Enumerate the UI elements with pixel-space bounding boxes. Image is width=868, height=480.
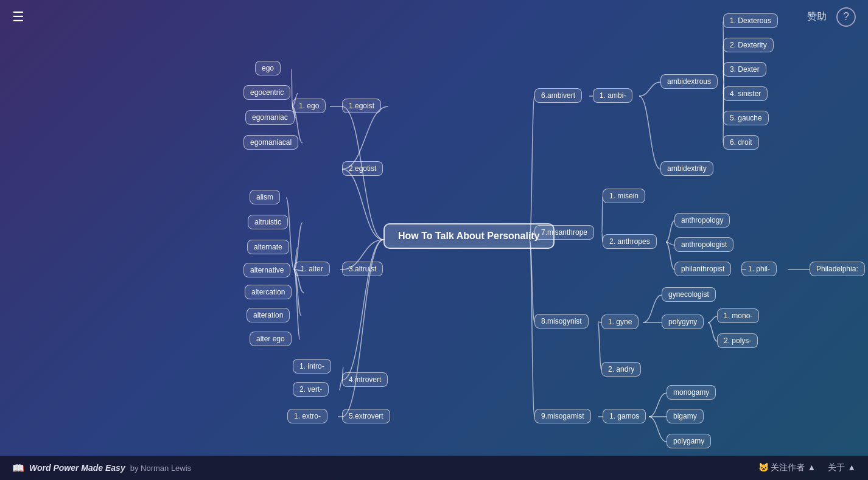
node-alism[interactable]: alism: [250, 190, 280, 204]
node-n1alter[interactable]: 1. alter: [294, 262, 330, 276]
node-alteration[interactable]: alteration: [247, 308, 290, 322]
node-alternative[interactable]: alternative: [243, 263, 290, 277]
node-n1extro[interactable]: 1. extro-: [287, 409, 327, 423]
node-anthropology[interactable]: anthropology: [674, 213, 730, 228]
node-n1ambi[interactable]: 1. ambi-: [593, 88, 632, 103]
node-n6ambivert[interactable]: 6.ambivert: [534, 88, 582, 103]
footer-right: 🐱 关注作者 ▲ 关于 ▲: [758, 462, 856, 473]
node-anthropologist[interactable]: anthropologist: [674, 237, 733, 252]
node-sinister[interactable]: 4. sinister: [723, 86, 768, 101]
node-n1mono[interactable]: 1. mono-: [717, 308, 759, 323]
node-n2anthropes[interactable]: 2. anthropes: [603, 234, 657, 249]
header: ☰ 赞助 ?: [0, 0, 868, 33]
node-n1phil[interactable]: 1. phil-: [741, 262, 777, 276]
node-n4introvert[interactable]: 4.introvert: [342, 372, 388, 387]
node-gauche[interactable]: 5. gauche: [723, 111, 769, 125]
footer-book-title: Word Power Made Easy: [29, 463, 125, 473]
node-altercation[interactable]: altercation: [245, 285, 292, 299]
node-dexter[interactable]: 3. Dexter: [723, 62, 766, 77]
node-altruistic[interactable]: altruistic: [248, 215, 288, 229]
node-monogamy[interactable]: monogamy: [667, 385, 716, 400]
about-button[interactable]: 关于 ▲: [828, 462, 856, 473]
node-n1egoist[interactable]: 1.egoist: [342, 99, 381, 113]
node-n3altruist[interactable]: 3.altruist: [342, 262, 383, 276]
node-philanthropist[interactable]: philanthropist: [674, 262, 731, 276]
footer-left: 📖 Word Power Made Easy by Norman Lewis: [12, 462, 191, 474]
menu-button[interactable]: ☰: [12, 10, 24, 24]
node-n2andry[interactable]: 2. andry: [601, 362, 641, 377]
sponsor-button[interactable]: 赞助: [807, 10, 827, 23]
node-n5extrovert[interactable]: 5.extrovert: [342, 409, 390, 423]
node-droit[interactable]: 6. droit: [723, 135, 759, 150]
node-n1intro[interactable]: 1. intro-: [293, 359, 331, 374]
node-ambidextrous[interactable]: ambidextrous: [660, 74, 718, 89]
node-n1gyne[interactable]: 1. gyne: [601, 315, 639, 329]
node-n1gamos[interactable]: 1. gamos: [603, 409, 646, 423]
header-right: 赞助 ?: [807, 7, 856, 27]
node-n8misogynist[interactable]: 8.misogynist: [534, 314, 589, 329]
node-polygyny[interactable]: polygyny: [662, 315, 704, 329]
node-n1ego[interactable]: 1. ego: [292, 99, 326, 113]
node-n9misogamist[interactable]: 9.misogamist: [534, 409, 591, 423]
node-polygamy[interactable]: polygamy: [667, 434, 711, 448]
node-n2polys[interactable]: 2. polys-: [717, 333, 758, 348]
node-dexterity[interactable]: 2. Dexterity: [723, 38, 774, 52]
node-alter_ego[interactable]: alter ego: [250, 332, 292, 346]
node-egocentric[interactable]: egocentric: [243, 85, 290, 100]
follow-author-button[interactable]: 🐱 关注作者 ▲: [758, 462, 816, 473]
mindmap-canvas: How To Talk About Personalityegoegocentr…: [0, 0, 868, 456]
node-n7misanthrope[interactable]: 7.misanthrope: [534, 225, 594, 240]
node-ambidextrity[interactable]: ambidextrity: [660, 161, 713, 176]
node-n2vert[interactable]: 2. vert-: [293, 382, 329, 397]
node-n1misein[interactable]: 1. misein: [603, 189, 645, 203]
node-n2egotist[interactable]: 2.egotist: [342, 161, 383, 176]
node-egomaniac[interactable]: egomaniac: [245, 110, 295, 125]
footer-author: by Norman Lewis: [130, 464, 191, 473]
node-egomaniacal[interactable]: egomaniacal: [243, 135, 298, 150]
node-ego[interactable]: ego: [255, 61, 281, 75]
center-node[interactable]: How To Talk About Personality: [383, 223, 555, 249]
node-bigamy[interactable]: bigamy: [667, 409, 704, 423]
node-philadelphia[interactable]: Philadelphia:: [810, 262, 865, 276]
node-alternate[interactable]: alternate: [247, 240, 289, 254]
footer: 📖 Word Power Made Easy by Norman Lewis 🐱…: [0, 456, 868, 480]
node-gynecologist[interactable]: gynecologist: [662, 287, 716, 302]
help-button[interactable]: ?: [836, 7, 856, 27]
book-icon: 📖: [12, 462, 24, 474]
